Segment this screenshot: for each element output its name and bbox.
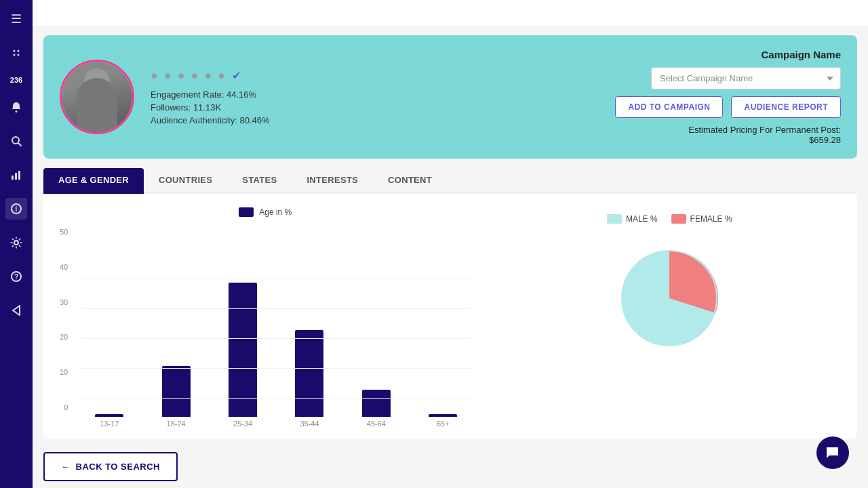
campaign-section: Campaign Name Select Campaign Name ADD T… [615, 49, 841, 145]
campaign-label: Campaign Name [761, 49, 841, 60]
followers-stat: Followers: 11.13K [151, 102, 599, 113]
profile-name-text: ● ● ● ● ● ● [151, 68, 226, 83]
svg-point-2 [14, 54, 16, 56]
female-label: FEMALE % [690, 214, 732, 224]
bar-x-label-18-24: 18-24 [167, 420, 186, 428]
audience-report-button[interactable]: AUDIENCE REPORT [731, 96, 841, 118]
bar-x-label-25-34: 25-34 [233, 420, 252, 428]
chart-container: Age in % 50 40 30 20 10 0 13-1718-2425-3… [43, 194, 857, 439]
dots-icon[interactable] [5, 42, 27, 64]
bar-chart-legend: Age in % [60, 207, 471, 217]
engagement-label: Engagement Rate: [151, 89, 224, 100]
search-icon[interactable] [5, 130, 27, 152]
svg-text:?: ? [14, 272, 19, 281]
followers-value: 11.13K [193, 102, 221, 113]
tabs-bar: AGE & GENDER COUNTRIES STATES INTERESTS … [43, 168, 857, 194]
profile-info: ● ● ● ● ● ● ✔ Engagement Rate: 44.16% Fo… [151, 68, 599, 125]
bar-group-45-64: 45-64 [349, 390, 404, 428]
chat-bubble-icon [825, 445, 841, 461]
back-btn-label: BACK TO SEARCH [76, 462, 161, 472]
tab-states[interactable]: STATES [227, 168, 292, 194]
bar-group-35-44: 35-44 [281, 330, 337, 428]
female-legend-box [671, 214, 686, 224]
male-legend-box [607, 214, 622, 224]
chart-icon[interactable] [5, 164, 27, 186]
tab-countries[interactable]: COUNTRIES [144, 168, 227, 194]
bottom-bar: ← BACK TO SEARCH [33, 445, 868, 488]
bar-x-label-45-64: 45-64 [367, 420, 386, 428]
male-label: MALE % [626, 214, 658, 224]
followers-label: Followers: [151, 102, 191, 113]
bar-legend-box [239, 207, 254, 217]
main-content: ● ● ● ● ● ● ✔ Engagement Rate: 44.16% Fo… [33, 0, 868, 488]
pie-legend: MALE % FEMALE % [607, 214, 732, 224]
bar-chart-area: 50 40 30 20 10 0 13-1718-2425-3435-4445-… [60, 228, 471, 428]
notification-icon[interactable] [5, 96, 27, 118]
svg-rect-9 [18, 171, 20, 180]
pricing-value: $659.28 [809, 135, 841, 145]
bar-rect-13-17 [95, 414, 123, 417]
tab-content[interactable]: CONTENT [373, 168, 447, 194]
pie-chart-svg-wrap [608, 237, 730, 359]
svg-text:i: i [16, 205, 18, 213]
bar-x-label-65+: 65+ [437, 420, 450, 428]
count-badge: 236 [10, 76, 22, 84]
bar-x-label-35-44: 35-44 [300, 420, 319, 428]
bar-x-label-13-17: 13-17 [100, 420, 119, 428]
bar-rect-35-44 [295, 330, 323, 417]
back-to-search-button[interactable]: ← BACK TO SEARCH [43, 452, 178, 481]
svg-point-12 [14, 241, 18, 245]
verified-icon: ✔ [232, 69, 241, 82]
pie-chart-wrap: MALE % FEMALE % [498, 207, 841, 428]
profile-name-row: ● ● ● ● ● ● ✔ [151, 68, 599, 83]
pricing-line: Estimated Pricing For Permanent Post: [688, 125, 841, 135]
share-icon[interactable] [5, 300, 27, 321]
bar-group-13-17: 13-17 [81, 414, 137, 428]
svg-rect-8 [15, 173, 17, 180]
add-to-campaign-button[interactable]: ADD TO CAMPAIGN [615, 96, 723, 118]
bars-area: 13-1718-2425-3435-4445-6465+ [60, 228, 471, 428]
tab-age-gender[interactable]: AGE & GENDER [43, 168, 144, 194]
bar-rect-25-34 [229, 283, 257, 417]
authenticity-label: Audience Authenticity: [151, 115, 237, 125]
bars-grid: 13-1718-2425-3435-4445-6465+ [81, 279, 471, 428]
bar-group-65+: 65+ [415, 414, 471, 428]
back-arrow-icon: ← [61, 462, 71, 472]
svg-point-3 [18, 54, 20, 56]
pie-legend-female: FEMALE % [671, 214, 732, 224]
sidebar: ☰ 236 i ? [0, 0, 33, 488]
svg-rect-7 [12, 176, 14, 180]
campaign-buttons: ADD TO CAMPAIGN AUDIENCE REPORT [615, 96, 841, 118]
chat-bubble-button[interactable] [816, 436, 849, 469]
authenticity-stat: Audience Authenticity: 80.46% [151, 115, 599, 125]
bar-legend-label: Age in % [259, 207, 292, 217]
authenticity-value: 80.46% [240, 115, 270, 125]
svg-point-1 [18, 50, 20, 52]
pie-chart-svg [608, 237, 730, 359]
help-icon[interactable]: ? [5, 266, 27, 287]
svg-point-4 [16, 110, 18, 113]
settings-icon[interactable] [5, 232, 27, 253]
bar-rect-65+ [429, 414, 457, 417]
svg-line-6 [18, 143, 21, 146]
engagement-value: 44.16% [226, 89, 256, 100]
info-icon[interactable]: i [5, 198, 27, 220]
engagement-stat: Engagement Rate: 44.16% [151, 89, 599, 100]
avatar-image [62, 62, 132, 132]
svg-point-0 [14, 50, 16, 52]
profile-stats: Engagement Rate: 44.16% Followers: 11.13… [151, 89, 599, 125]
menu-icon[interactable]: ☰ [5, 8, 27, 30]
pricing-text: Estimated Pricing For Permanent Post: $6… [688, 125, 841, 145]
bar-group-18-24: 18-24 [148, 366, 203, 428]
avatar [60, 60, 134, 134]
campaign-select[interactable]: Select Campaign Name [651, 67, 841, 89]
pie-legend-male: MALE % [607, 214, 658, 224]
profile-header: ● ● ● ● ● ● ✔ Engagement Rate: 44.16% Fo… [43, 35, 857, 159]
bar-rect-45-64 [362, 390, 391, 417]
top-bar [33, 0, 868, 27]
bar-rect-18-24 [162, 366, 191, 417]
bar-chart-wrap: Age in % 50 40 30 20 10 0 13-1718-2425-3… [60, 207, 471, 428]
bar-group-25-34: 25-34 [215, 283, 271, 428]
tab-interests[interactable]: INTERESTS [292, 168, 373, 194]
